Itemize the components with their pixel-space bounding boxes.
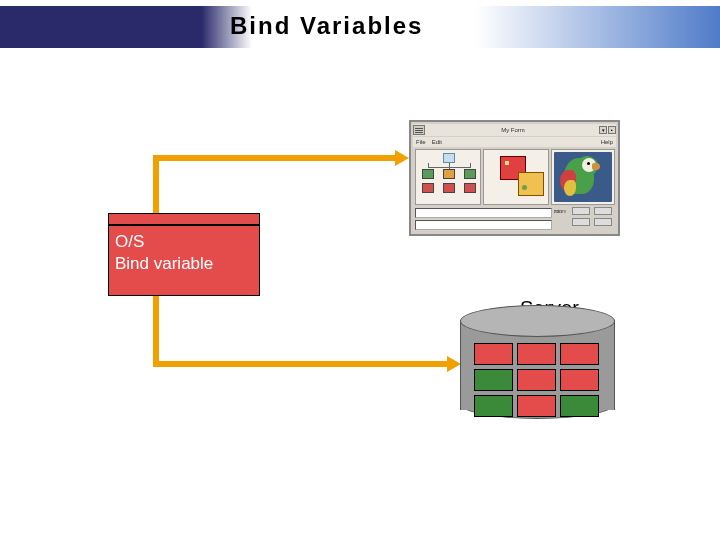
- window-fields: zoom min: [415, 208, 616, 233]
- org-node: [422, 169, 434, 179]
- org-node: [443, 183, 455, 193]
- bind-variable-label: Bind variable: [115, 254, 213, 274]
- server-cell: [474, 395, 513, 417]
- server-grid: [474, 343, 601, 417]
- zoom-button[interactable]: [594, 207, 612, 215]
- server-cell: [517, 343, 556, 365]
- arrow-to-window-stem: [153, 155, 397, 161]
- org-node: [443, 153, 455, 163]
- arrow-icon: [395, 150, 409, 166]
- arrow-to-server-riser: [153, 296, 159, 364]
- range-button[interactable]: [572, 218, 590, 226]
- os-label: O/S: [115, 232, 144, 252]
- shapes-panel: [483, 149, 549, 205]
- cylinder-top: [460, 305, 615, 337]
- org-chart-panel: [415, 149, 481, 205]
- org-connector: [470, 163, 471, 168]
- slide-title: Bind Variables: [230, 12, 423, 40]
- org-node: [464, 183, 476, 193]
- range-button[interactable]: [594, 218, 612, 226]
- server-cell: [560, 343, 599, 365]
- window-content: [415, 149, 616, 205]
- yellow-square: [518, 172, 544, 196]
- image-panel: [551, 149, 615, 205]
- server-cell: [474, 343, 513, 365]
- arrow-icon: [447, 356, 461, 372]
- maximize-icon[interactable]: ▪: [608, 126, 616, 134]
- org-connector: [428, 163, 429, 168]
- zoom-button[interactable]: [572, 207, 590, 215]
- server-cell: [517, 395, 556, 417]
- window-menubar: File Edit Help: [413, 137, 616, 147]
- text-field[interactable]: [415, 208, 552, 218]
- window-titlebar: My Form ▾ ▪: [413, 124, 616, 136]
- server-cell: [560, 369, 599, 391]
- parrot-image: [554, 152, 612, 202]
- title-banner: Bind Variables: [0, 6, 720, 48]
- server-cell: [517, 369, 556, 391]
- org-node: [443, 169, 455, 179]
- window-title: My Form: [427, 127, 599, 133]
- org-node: [422, 183, 434, 193]
- server-cylinder: [460, 305, 615, 415]
- server-cell: [474, 369, 513, 391]
- minimize-icon[interactable]: ▾: [599, 126, 607, 134]
- control-label: min: [554, 208, 562, 214]
- box-header-strip: [108, 213, 260, 225]
- text-field[interactable]: [415, 220, 552, 230]
- org-node: [464, 169, 476, 179]
- form-window: My Form ▾ ▪ File Edit Help: [409, 120, 620, 236]
- menu-help[interactable]: Help: [601, 139, 613, 145]
- menu-icon[interactable]: [413, 125, 425, 135]
- control-cluster: zoom min: [554, 208, 614, 230]
- bind-variable-box: O/S Bind variable: [108, 225, 260, 296]
- menu-edit[interactable]: Edit: [432, 139, 442, 145]
- arrow-to-server-stem: [153, 361, 450, 367]
- menu-file[interactable]: File: [416, 139, 426, 145]
- server-cell: [560, 395, 599, 417]
